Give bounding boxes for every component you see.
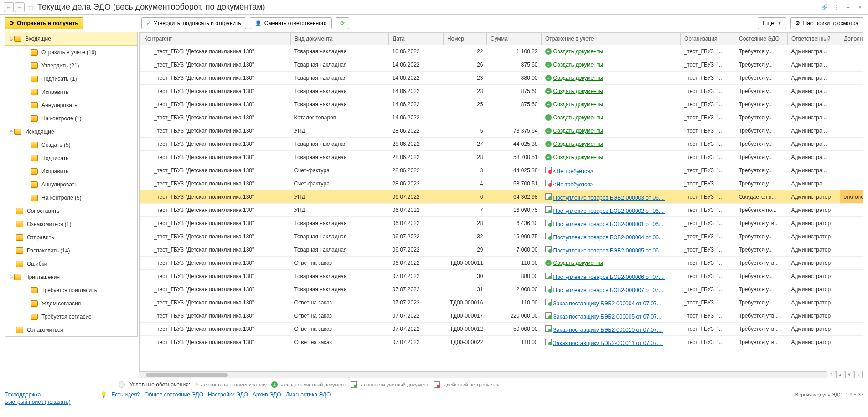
sidebar-item[interactable]: Подписать [5, 151, 137, 165]
sidebar-item[interactable]: Создать (5) [5, 138, 137, 151]
table-row[interactable]: _тест_ГБУЗ "Детская поликлиника 130"Това… [140, 151, 864, 164]
sidebar-item[interactable]: Ошибки [5, 257, 137, 270]
table-row[interactable]: _тест_ГБУЗ "Детская поликлиника 130"Това… [140, 45, 864, 58]
reflection-link[interactable]: Создать документы [553, 260, 604, 266]
sidebar-item[interactable]: Исправить [5, 165, 137, 178]
support-link[interactable]: Техподдержка [5, 391, 41, 398]
table-row[interactable]: _тест_ГБУЗ "Детская поликлиника 130"Отве… [140, 309, 864, 323]
reflection-link[interactable]: Поступление товаров БЭБ2-000001 от 06...… [553, 221, 665, 227]
view-settings-button[interactable]: ⚙ Настройки просмотра [790, 17, 863, 29]
reflection-link[interactable]: Создать документы [553, 88, 604, 94]
table-row[interactable]: _тест_ГБУЗ "Детская поликлиника 130"Това… [140, 138, 864, 151]
table-row[interactable]: _тест_ГБУЗ "Детская поликлиника 130"Това… [140, 85, 864, 98]
more-vert-icon[interactable]: ⋮ [832, 3, 841, 12]
table-row[interactable]: _тест_ГБУЗ "Детская поликлиника 130"Това… [140, 72, 864, 85]
reflection-link[interactable]: Заказ поставщику БЭБ2-000011 от 07.07...… [553, 340, 663, 346]
send-receive-button[interactable]: ⟳ Отправить и получить [5, 17, 83, 29]
tree-toggle-icon[interactable]: ⊖ [8, 129, 14, 134]
table-row[interactable]: _тест_ГБУЗ "Детская поликлиника 130"Това… [140, 217, 864, 230]
tree-toggle-icon[interactable]: ⊖ [8, 36, 14, 41]
favorite-star-icon[interactable]: ☆ [27, 2, 35, 12]
change-responsible-button[interactable]: 👤 Сменить ответственного [250, 17, 332, 29]
refresh-button[interactable]: ⟳ [336, 17, 349, 29]
table-row[interactable]: _тест_ГБУЗ "Детская поликлиника 130"УПД0… [140, 190, 864, 204]
table-row[interactable]: _тест_ГБУЗ "Детская поликлиника 130"Отве… [140, 257, 864, 270]
reflection-link[interactable]: Создать документы [553, 154, 604, 160]
column-header[interactable]: Дата [389, 33, 444, 45]
table-row[interactable]: _тест_ГБУЗ "Детская поликлиника 130"Това… [140, 283, 864, 296]
reflection-link[interactable]: <Не требуется> [553, 168, 594, 175]
more-button[interactable]: Еще▼ [758, 17, 786, 29]
table-row[interactable]: _тест_ГБУЗ "Детская поликлиника 130"Това… [140, 270, 864, 283]
sidebar-item[interactable]: ⊖Приглашения [5, 270, 137, 283]
sidebar-item[interactable]: На контроле (5) [5, 191, 137, 204]
documents-grid[interactable]: КонтрагентВид документаДатаНомерСуммаОтр… [140, 32, 863, 371]
sidebar-item[interactable]: На контроле (1) [5, 112, 137, 125]
reflection-link[interactable]: Заказ поставщику БЭБ2-000010 от 07.07...… [553, 327, 663, 333]
sidebar-item[interactable]: Требуется согласие [5, 310, 137, 323]
grid-nav-down[interactable]: ▼ [845, 371, 853, 378]
table-row[interactable]: _тест_ГБУЗ "Детская поликлиника 130"Ката… [140, 111, 864, 124]
reflection-link[interactable]: Создать документы [553, 128, 604, 134]
reflection-link[interactable]: Создать документы [553, 101, 604, 108]
sidebar-item[interactable]: Аннулировать [5, 178, 137, 191]
column-header[interactable]: Номер [444, 33, 487, 45]
footer-link[interactable]: Общее состояние ЭДО [145, 391, 203, 398]
sidebar-item[interactable]: ⊖Входящие [5, 32, 137, 46]
reflection-link[interactable]: Поступление товаров БЭБ2-000007 от 07...… [553, 287, 665, 293]
sidebar-item[interactable]: Распаковать (14) [5, 244, 137, 257]
horizontal-scrollbar[interactable]: ⤒ ▲ ▼ ⤓ [140, 371, 863, 378]
sidebar-item[interactable]: Ознакомиться [5, 323, 137, 336]
nav-forward-button[interactable]: → [15, 2, 25, 12]
grid-nav-up[interactable]: ▲ [836, 371, 844, 378]
table-row[interactable]: _тест_ГБУЗ "Детская поликлиника 130"Това… [140, 243, 864, 257]
column-header[interactable]: Состояние ЭДО [735, 33, 788, 45]
footer-link[interactable]: Настройки ЭДО [208, 391, 248, 398]
sidebar-item[interactable]: Ждем согласия [5, 297, 137, 310]
table-row[interactable]: _тест_ГБУЗ "Детская поликлиника 130"Това… [140, 58, 864, 72]
reflection-link[interactable]: Поступление товаров БЭБ2-000003 от 06...… [553, 195, 665, 201]
nav-back-button[interactable]: ← [4, 2, 14, 12]
column-header[interactable]: Контрагент [140, 33, 291, 45]
approve-sign-send-button[interactable]: ✓ Утвердить, подписать и отправить [141, 17, 246, 29]
minimize-icon[interactable]: – [843, 3, 852, 12]
reflection-link[interactable]: <Не требуется> [553, 181, 594, 188]
table-row[interactable]: _тест_ГБУЗ "Детская поликлиника 130"Счет… [140, 177, 864, 190]
column-header[interactable]: Организация [681, 33, 735, 45]
reflection-link[interactable]: Поступление товаров БЭБ2-000005 от 06...… [553, 247, 665, 254]
reflection-link[interactable]: Создать документы [553, 62, 604, 68]
reflection-link[interactable]: Заказ поставщику БЭБ2-000005 от 07.07...… [553, 314, 663, 320]
footer-link[interactable]: Архив ЭДО [253, 391, 281, 398]
grid-nav-last[interactable]: ⤓ [854, 371, 863, 378]
reflection-link[interactable]: Заказ поставщику БЭБ2-000004 от 07.07...… [553, 300, 663, 307]
close-icon[interactable]: × [855, 3, 864, 12]
quick-search-link[interactable]: Быстрый поиск (показать) [5, 399, 71, 405]
table-row[interactable]: _тест_ГБУЗ "Детская поликлиника 130"Отве… [140, 296, 864, 309]
footer-link[interactable]: Диагностика ЭДО [286, 391, 331, 398]
table-row[interactable]: _тест_ГБУЗ "Детская поликлиника 130"Отве… [140, 336, 864, 349]
sidebar-item[interactable]: Исправить [5, 85, 137, 98]
table-row[interactable]: _тест_ГБУЗ "Детская поликлиника 130"Счет… [140, 164, 864, 177]
sidebar-item[interactable]: Сопоставить [5, 204, 137, 217]
column-header[interactable]: Дополнител [840, 33, 864, 45]
sidebar-item[interactable]: Аннулировать [5, 98, 137, 112]
table-row[interactable]: _тест_ГБУЗ "Детская поликлиника 130"Това… [140, 230, 864, 243]
reflection-link[interactable]: Поступление товаров БЭБ2-000006 от 07...… [553, 274, 665, 280]
tree-toggle-icon[interactable]: ⊖ [8, 274, 14, 279]
sidebar-item[interactable]: Подписать (1) [5, 72, 137, 85]
table-row[interactable]: _тест_ГБУЗ "Детская поликлиника 130"УПД2… [140, 124, 864, 138]
table-row[interactable]: _тест_ГБУЗ "Детская поликлиника 130"Отве… [140, 323, 864, 336]
sidebar-item[interactable]: Требуется пригласить [5, 283, 137, 297]
sidebar-item[interactable]: Ознакомиться (1) [5, 217, 137, 231]
scroll-thumb[interactable] [146, 373, 228, 377]
reflection-link[interactable]: Поступление товаров БЭБ2-000002 от 06...… [553, 208, 665, 214]
sidebar-item[interactable]: Отразить в учете (16) [5, 46, 137, 59]
sidebar-item[interactable]: Отправить [5, 231, 137, 244]
column-header[interactable]: Вид документа [291, 33, 389, 45]
idea-link[interactable]: Есть идея? [112, 391, 140, 398]
reflection-link[interactable]: Создать документы [553, 114, 604, 121]
table-row[interactable]: _тест_ГБУЗ "Детская поликлиника 130"УПД0… [140, 204, 864, 217]
link-icon[interactable]: 🔗 [820, 3, 829, 12]
sidebar-item[interactable]: Утвердить (21) [5, 59, 137, 72]
reflection-link[interactable]: Создать документы [553, 141, 604, 147]
